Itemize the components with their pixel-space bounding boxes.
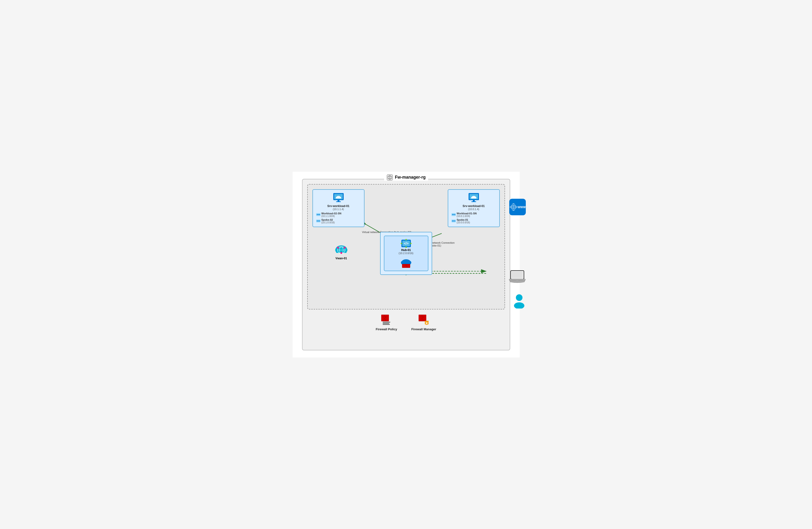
svg-point-46: [452, 220, 453, 221]
svg-rect-100: [419, 317, 423, 318]
vm-icon-right: [468, 192, 480, 203]
svg-rect-36: [472, 201, 476, 202]
spoke-01-box: Srv-workload-01 (10.0.1.4) Workload-01-S…: [448, 189, 500, 227]
vm-icon-area-right: [451, 192, 496, 203]
vm-icon-area-left: [316, 192, 361, 203]
svg-rect-91: [385, 318, 389, 319]
firewall-policy-label: Firewall Policy: [376, 327, 397, 331]
www-globe-icon: WWW: [509, 199, 526, 215]
svg-rect-24: [336, 197, 341, 199]
svg-rect-71: [402, 264, 406, 266]
svg-point-32: [319, 220, 320, 221]
svg-rect-82: [509, 279, 525, 280]
svg-point-47: [453, 220, 454, 221]
svg-point-65: [401, 243, 402, 244]
spoke-02-vnet-name: Spoke-02: [321, 218, 335, 221]
svg-rect-73: [402, 266, 407, 267]
svg-point-57: [344, 247, 346, 249]
resource-group-icon: [386, 174, 393, 181]
svg-point-63: [410, 243, 411, 244]
svg-rect-103: [422, 318, 426, 319]
hub-icon: </>: [400, 239, 412, 248]
spoke-01-subnet-name: Workload-01-SN: [457, 212, 477, 215]
user-icon: [512, 294, 526, 309]
spoke-02-vnet-ip: (10.1.0.0/16): [321, 221, 335, 224]
spoke-02-subnet-ip: (10.1.1.0/24): [321, 215, 342, 217]
svg-point-42: [452, 214, 453, 215]
spoke-02-vm-ip: (10.1.1.4): [316, 208, 361, 211]
firewall-policy-item: Firewall Policy: [376, 314, 397, 331]
svg-rect-95: [383, 323, 389, 324]
svg-rect-104: [419, 319, 423, 320]
hub-box: </> Hub-01 (10.2.0.0/16): [380, 232, 432, 275]
svg-rect-89: [386, 317, 389, 318]
hub-inner: </> Hub-01 (10.2.0.0/16): [384, 235, 429, 271]
svg-point-84: [514, 302, 524, 309]
laptop-icon: [509, 270, 526, 283]
svg-rect-92: [381, 319, 386, 320]
inner-dashed-box: Srv-workload-01 (10.1.1.4) Workload-02-S…: [307, 184, 505, 310]
subnet-icon-right: [451, 213, 456, 216]
spoke-02-box: Srv-workload-01 (10.1.1.4) Workload-02-S…: [313, 189, 364, 227]
firewall-manager-item: ★ Firewall Manager: [411, 314, 436, 331]
vm-icon-left: [332, 192, 345, 203]
hub-ip: (10.2.0.0/16): [398, 252, 413, 255]
svg-text:</>: </>: [404, 242, 408, 245]
www-box: WWW: [509, 199, 526, 215]
vnet-icon-right: [451, 219, 456, 223]
svg-rect-40: [471, 197, 476, 199]
svg-point-64: [405, 246, 407, 248]
svg-rect-88: [381, 317, 386, 318]
svg-rect-87: [385, 315, 389, 316]
vwan-label: Vwan-01: [335, 257, 347, 260]
svg-rect-101: [423, 317, 426, 318]
user-box: [512, 294, 526, 309]
spoke-01-subnet-row: Workload-01-SN (10.0.1.0/24): [451, 212, 496, 217]
svg-point-26: [317, 214, 318, 215]
spoke-02-subnet-name: Workload-02-SN: [321, 212, 342, 215]
rg-box: Fw-manager-rg: [302, 179, 510, 351]
firewall-manager-icon: ★: [418, 314, 430, 326]
svg-point-27: [318, 214, 319, 215]
laptop-box: [509, 270, 526, 283]
spoke-01-vnet-row: Spoke-01 (10.0.0.0/16): [451, 218, 496, 224]
svg-point-62: [405, 239, 407, 240]
rg-title: Fw-manager-rg: [384, 174, 428, 181]
svg-point-58: [340, 252, 342, 254]
vwan-box: Vwan-01: [334, 243, 349, 260]
svg-point-48: [454, 220, 455, 221]
svg-rect-69: [402, 261, 410, 264]
spoke-01-vm-ip: (10.0.1.4): [451, 208, 496, 211]
svg-point-30: [317, 220, 318, 221]
bottom-icons: Firewall Policy: [307, 314, 505, 331]
svg-rect-99: [422, 315, 426, 316]
spoke-01-vnet-ip: (10.0.0.0/16): [457, 221, 470, 224]
svg-point-56: [337, 247, 339, 249]
svg-rect-81: [512, 272, 523, 278]
svg-rect-20: [336, 201, 341, 202]
globe-icon: [509, 201, 518, 213]
subnet-icon-left: [316, 213, 320, 216]
svg-rect-90: [381, 318, 385, 319]
spoke-02-vm-label: Srv-workload-01: [316, 204, 361, 208]
svg-rect-102: [419, 318, 422, 319]
svg-point-43: [453, 214, 454, 215]
www-label: WWW: [518, 205, 526, 209]
svg-rect-94: [383, 322, 390, 323]
hub-label: Hub-01: [401, 248, 411, 252]
svg-point-31: [318, 220, 319, 221]
firewall-manager-label: Firewall Manager: [411, 327, 436, 331]
svg-rect-96: [383, 324, 390, 325]
svg-point-44: [454, 214, 455, 215]
spoke-02-subnet-row: Workload-02-SN (10.1.1.0/24): [316, 212, 361, 217]
spoke-01-subnet-ip: (10.0.1.0/24): [457, 215, 477, 217]
svg-rect-35: [473, 200, 475, 201]
spoke-01-vnet-name: Spoke-01: [457, 218, 470, 221]
firewall-policy-icon: [380, 314, 393, 326]
svg-point-28: [319, 214, 320, 215]
svg-rect-98: [419, 315, 422, 316]
spoke-02-vnet-row: Spoke-02 (10.1.0.0/16): [316, 218, 361, 224]
spoke-01-vm-label: Srv-workload-01: [451, 204, 496, 208]
svg-rect-105: [423, 319, 426, 320]
svg-point-83: [516, 294, 522, 301]
